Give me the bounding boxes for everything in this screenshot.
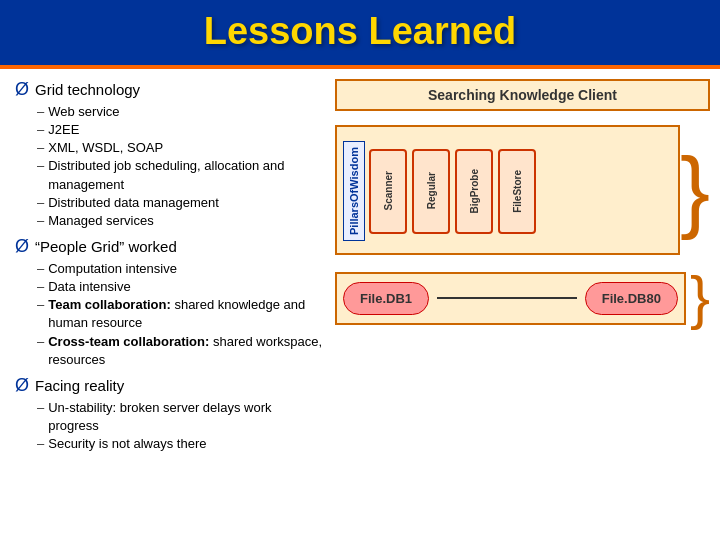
- list-item: – XML, WSDL, SOAP: [37, 139, 325, 157]
- list-item: – Team collaboration: shared knowledge a…: [37, 296, 325, 332]
- list-item: – Un-stability: broken server delays wor…: [37, 399, 325, 435]
- list-item: – Web service: [37, 103, 325, 121]
- arch-brace: }: [680, 125, 710, 255]
- architecture-diagram: PillarsOfWisdom Scanner Regular: [335, 125, 680, 255]
- list-item: – Distributed data management: [37, 194, 325, 212]
- page-header: Lessons Learned: [0, 0, 720, 69]
- left-column: Ø Grid technology – Web service – J2EE –…: [15, 79, 325, 532]
- list-item: – J2EE: [37, 121, 325, 139]
- cylinder-label: Regular: [426, 172, 437, 209]
- sub-item-label: Security is not always there: [48, 435, 206, 453]
- bullet-2: Ø: [15, 236, 29, 258]
- cylinder-label: Scanner: [383, 171, 394, 210]
- bullet-1: Ø: [15, 79, 29, 101]
- list-item: – Distributed job scheduling, allocation…: [37, 157, 325, 193]
- sub-item-label: Managed services: [48, 212, 154, 230]
- section-label-grid-tech: Grid technology: [35, 79, 140, 101]
- cylinder-regular: Regular: [412, 149, 450, 234]
- section-title-people-grid: Ø “People Grid” worked: [15, 236, 325, 258]
- sub-item-label: Web service: [48, 103, 119, 121]
- cylinder-label: BigProbe: [469, 169, 480, 213]
- sub-items-grid-tech: – Web service – J2EE – XML, WSDL, SOAP –…: [37, 103, 325, 230]
- sub-item-label: Computation intensive: [48, 260, 177, 278]
- sub-item-label: Data intensive: [48, 278, 130, 296]
- section-title-facing-reality: Ø Facing reality: [15, 375, 325, 397]
- page-title: Lessons Learned: [20, 10, 700, 53]
- list-item: – Computation intensive: [37, 260, 325, 278]
- cylinder-scanner: Scanner: [369, 149, 407, 234]
- sub-item-label: Distributed job scheduling, allocation a…: [48, 157, 325, 193]
- sub-item-label: XML, WSDL, SOAP: [48, 139, 163, 157]
- main-content: Ø Grid technology – Web service – J2EE –…: [0, 69, 720, 537]
- sub-item-label: J2EE: [48, 121, 79, 139]
- section-title-grid-tech: Ø Grid technology: [15, 79, 325, 101]
- db1-box: File.DB1: [343, 282, 429, 315]
- sub-item-label: Un-stability: broken server delays work …: [48, 399, 325, 435]
- db-brace: }: [690, 271, 710, 325]
- db2-box: File.DB80: [585, 282, 678, 315]
- list-item: – Data intensive: [37, 278, 325, 296]
- sub-item-label: Cross-team collaboration: shared workspa…: [48, 333, 325, 369]
- bullet-3: Ø: [15, 375, 29, 397]
- db-wrapper: File.DB1 File.DB80: [335, 272, 686, 325]
- cylinder-bigprobe: BigProbe: [455, 149, 493, 234]
- list-item: – Managed services: [37, 212, 325, 230]
- cylinder-label: FileStore: [512, 170, 523, 213]
- section-label-facing-reality: Facing reality: [35, 375, 124, 397]
- pillars-label: PillarsOfWisdom: [343, 141, 365, 241]
- section-label-people-grid: “People Grid” worked: [35, 236, 177, 258]
- list-item: – Cross-team collaboration: shared works…: [37, 333, 325, 369]
- sub-items-people-grid: – Computation intensive – Data intensive…: [37, 260, 325, 369]
- cylinders-row: Scanner Regular BigProbe: [369, 149, 672, 234]
- db-connector-line: [437, 297, 577, 299]
- cylinder-filestore: FileStore: [498, 149, 536, 234]
- sub-item-label: Distributed data management: [48, 194, 219, 212]
- skc-box: Searching Knowledge Client: [335, 79, 710, 111]
- list-item: – Security is not always there: [37, 435, 325, 453]
- section-grid-tech: Ø Grid technology – Web service – J2EE –…: [15, 79, 325, 230]
- sub-item-label: Team collaboration: shared knowledge and…: [48, 296, 325, 332]
- sub-items-facing-reality: – Un-stability: broken server delays wor…: [37, 399, 325, 454]
- section-people-grid: Ø “People Grid” worked – Computation int…: [15, 236, 325, 369]
- right-column: Searching Knowledge Client PillarsOfWisd…: [335, 79, 710, 532]
- section-facing-reality: Ø Facing reality – Un-stability: broken …: [15, 375, 325, 453]
